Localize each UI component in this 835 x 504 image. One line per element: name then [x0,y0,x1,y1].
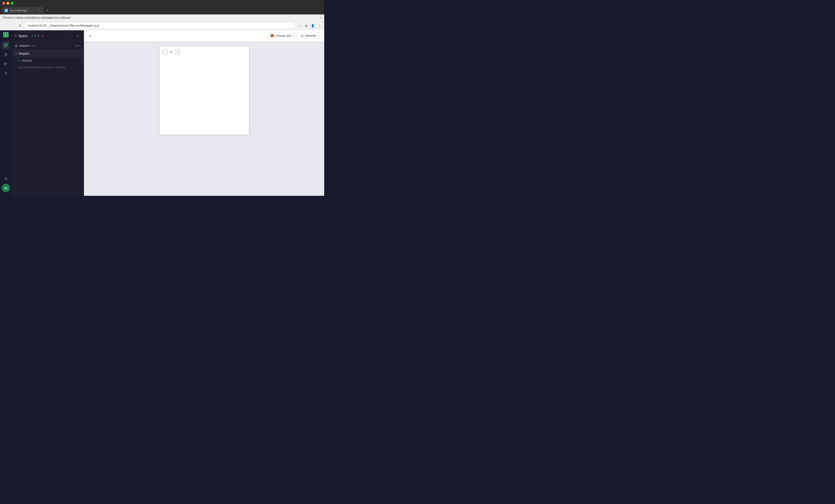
sidebar-item-tests[interactable] [2,60,10,68]
notification-bar: Chrome is being controlled by automated … [0,15,324,21]
suite-name: Stepper [19,52,29,55]
minimize-window-button[interactable] [6,2,9,5]
browser-name: Chrome 104 [276,34,291,38]
test-name: mounts [22,59,32,62]
cypress-logo-text: cy [4,186,7,190]
bookmark-icon[interactable]: ☆ [297,23,302,28]
file-name: stepper.cy.js [19,44,36,47]
cypress-bottom-logo[interactable]: cy [2,184,10,192]
pass-count: 1 [34,34,36,38]
status-badges: ✓ 1 ✗ ↺ · [31,34,46,38]
cypress-logo [3,32,8,37]
file-icon: ▣ [15,44,18,47]
pass-check-icon: ✓ [31,34,34,38]
address-icons: ☆ ⊕ 👤 ⋮ [297,23,322,28]
address-input[interactable]: localhost:5173/__/#/specs/runner?file=sr… [25,22,295,29]
address-url: localhost:5173/__/#/specs/runner?file=sr… [28,24,99,27]
svg-point-10 [4,64,5,64]
close-window-button[interactable] [2,2,5,5]
address-bar-row: ‹ › ↺ localhost:5173/__/#/specs/runner?f… [0,21,324,30]
panel-actions: ⌄ ↻ [69,33,81,39]
browser-chevron-icon: ∨ [292,35,294,37]
panel-title: Specs [18,34,27,38]
viewport-icon: ⊡ [301,34,304,38]
viewport-selector[interactable]: ⊡ 500x500 ∨ [298,33,321,39]
svg-point-11 [4,65,5,65]
panel-header: ≡ Specs ✓ 1 ✗ ↺ · ⌄ ↻ [12,30,84,42]
tab-bar: S my-svelte-app × + [0,6,324,15]
refresh-icon: ↻ [89,34,91,38]
chevron-button[interactable]: ⌄ [69,33,75,39]
file-row[interactable]: ▣ stepper.cy.js 39ms [12,42,84,50]
no-commands-text: No commands were issued in this test. [18,66,66,69]
panel-refresh-button[interactable]: ↻ [75,33,81,39]
main-layout: ⌘ cy ≡ Specs ✓ 1 ✗ ↺ · ⌄ ↻ [0,30,324,196]
preview-content: - 0 + [84,42,324,196]
browser-selector[interactable]: Chrome 104 ∨ [268,33,297,39]
cypress-sidebar: ⌘ cy [0,30,12,196]
refresh-button[interactable]: ↺ [17,23,23,28]
maximize-window-button[interactable] [11,2,14,5]
fail-icon: ✗ [37,34,40,38]
viewport-chevron-icon: ∨ [317,35,319,37]
stepper-value: 0 [168,50,174,54]
title-bar [0,0,324,6]
no-commands-message: No commands were issued in this test. [12,64,84,71]
keyboard-shortcut-button[interactable]: ⌘ [2,174,10,183]
fail-badge: ✗ [37,34,40,38]
reload-badge-icon[interactable]: ↺ [41,34,43,38]
stepper-decrement-button[interactable]: - [162,49,167,54]
profile-icon[interactable]: 👤 [310,23,315,28]
tab-close-button[interactable]: × [38,9,41,12]
tab-title: my-svelte-app [10,9,27,12]
new-tab-button[interactable]: + [45,8,50,13]
svg-marker-5 [5,54,7,55]
stepper-increment-button[interactable]: + [175,49,180,54]
preview-area: ↻ Chrome 104 ∨ ⊡ 500x500 ∨ - 0 [84,30,324,196]
file-time: 39ms [74,44,80,47]
test-suite-row[interactable]: ▼ Stepper [12,50,84,57]
notification-message: Chrome is being controlled by automated … [3,16,71,19]
sidebar-item-specs[interactable] [2,41,10,49]
browser-tab-svelte[interactable]: S my-svelte-app × [2,7,44,14]
back-button[interactable]: ‹ [2,23,8,28]
tab-favicon: S [5,9,8,12]
svg-point-12 [5,73,6,74]
viewport-value: 500x500 [305,34,316,38]
svg-point-9 [4,63,5,63]
stepper-component: - 0 + [160,46,249,57]
chrome-icon [270,34,274,38]
extension-icon[interactable]: ⊕ [304,23,309,28]
test-pass-icon: ✓ [18,59,21,62]
forward-button[interactable]: › [10,23,15,28]
sidebar-item-settings[interactable] [2,69,10,77]
test-item-row[interactable]: ✓ mounts [12,57,84,64]
test-panel: ≡ Specs ✓ 1 ✗ ↺ · ⌄ ↻ ▣ stepper [12,30,84,196]
preview-toolbar: ↻ Chrome 104 ∨ ⊡ 500x500 ∨ [84,30,324,42]
preview-refresh-button[interactable]: ↻ [87,33,94,39]
pass-badge: ✓ 1 [31,34,36,38]
app-frame: - 0 + [159,46,249,135]
notification-close-button[interactable]: × [320,16,321,20]
file-extension: .cy.js [29,44,36,47]
menu-icon[interactable]: ⋮ [317,23,322,28]
sidebar-item-runs[interactable] [2,50,10,59]
dot-separator: · [45,34,46,38]
panel-menu-icon[interactable]: ≡ [15,34,17,38]
suite-chevron-icon: ▼ [15,52,17,55]
file-basename: stepper [19,44,29,47]
